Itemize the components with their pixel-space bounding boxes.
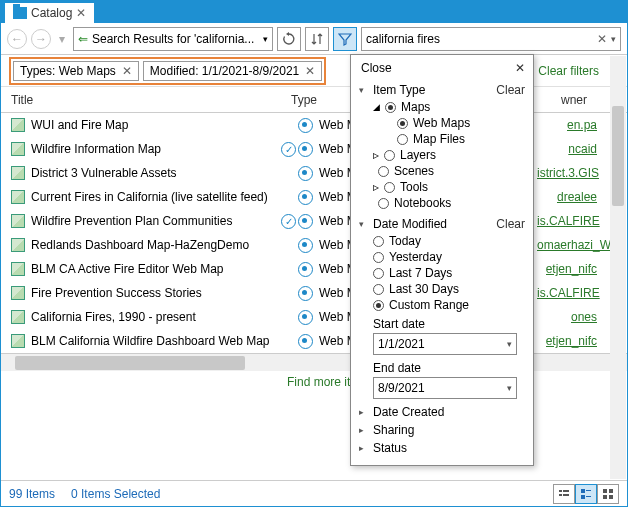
row-badges: ✓ <box>279 142 313 157</box>
filter-yesterday[interactable]: Yesterday <box>373 249 525 265</box>
svg-rect-5 <box>586 490 591 491</box>
view-mode-buttons <box>553 484 619 504</box>
modified-chip[interactable]: Modified: 1/1/2021-8/9/2021 ✕ <box>143 61 322 81</box>
globe-icon <box>298 142 313 157</box>
close-panel-icon[interactable]: ✕ <box>515 61 525 75</box>
chip-highlight-group: Types: Web Maps ✕ Modified: 1/1/2021-8/9… <box>9 57 326 85</box>
remove-chip-icon[interactable]: ✕ <box>305 64 315 78</box>
map-icon <box>11 166 25 180</box>
end-date-label: End date <box>359 357 525 377</box>
date-modified-section[interactable]: ▾ Date Modified Clear <box>359 215 525 233</box>
filter-maps[interactable]: ◢Maps <box>373 99 525 115</box>
back-arrow-icon: ⇐ <box>78 32 88 46</box>
address-bar[interactable]: ⇐ Search Results for 'california... ▾ <box>73 27 273 51</box>
close-tab-icon[interactable]: ✕ <box>76 6 86 20</box>
back-button[interactable]: ← <box>7 29 27 49</box>
dropdown-icon[interactable]: ▾ <box>507 339 512 349</box>
forward-button[interactable]: → <box>31 29 51 49</box>
row-badges <box>279 286 313 301</box>
selected-count: 0 Items Selected <box>71 487 160 501</box>
catalog-tab[interactable]: Catalog ✕ <box>5 3 94 23</box>
end-date-field[interactable]: 8/9/2021▾ <box>373 377 517 399</box>
row-badges <box>279 262 313 277</box>
item-count: 99 Items <box>9 487 55 501</box>
dropdown-icon[interactable]: ▾ <box>507 383 512 393</box>
row-title: WUI and Fire Map <box>31 118 273 132</box>
filter-web-maps[interactable]: Web Maps <box>397 115 525 131</box>
refresh-button[interactable] <box>277 27 301 51</box>
sort-button[interactable] <box>305 27 329 51</box>
row-title: Current Fires in California (live satell… <box>31 190 273 204</box>
section-label: Date Modified <box>373 217 447 231</box>
row-badges <box>279 190 313 205</box>
svg-rect-2 <box>559 494 562 496</box>
filter-last7[interactable]: Last 7 Days <box>373 265 525 281</box>
filter-tools[interactable]: ▹Tools <box>373 179 525 195</box>
svg-rect-11 <box>609 495 613 499</box>
clear-filters-link[interactable]: Clear filters <box>538 64 619 78</box>
radio-icon <box>373 300 384 311</box>
row-title: Fire Prevention Success Stories <box>31 286 273 300</box>
row-title: Wildfire Information Map <box>31 142 273 156</box>
scrollbar-thumb[interactable] <box>15 356 245 370</box>
item-type-section[interactable]: ▾ Item Type Clear <box>359 81 525 99</box>
status-section[interactable]: ▸Status <box>351 439 533 457</box>
authoritative-icon: ✓ <box>281 142 296 157</box>
globe-icon <box>298 118 313 133</box>
radio-icon <box>384 150 395 161</box>
row-badges: ✓ <box>279 214 313 229</box>
svg-rect-0 <box>559 490 562 492</box>
clear-search-icon[interactable]: ✕ <box>593 32 611 46</box>
date-created-section[interactable]: ▸Date Created <box>351 403 533 421</box>
sharing-section[interactable]: ▸Sharing <box>351 421 533 439</box>
start-date-field[interactable]: 1/1/2021▾ <box>373 333 517 355</box>
svg-rect-8 <box>603 489 607 493</box>
title-bar: Catalog ✕ <box>1 1 627 23</box>
row-title: California Fires, 1990 - present <box>31 310 273 324</box>
svg-rect-7 <box>586 496 591 497</box>
clear-date-modified[interactable]: Clear <box>496 217 525 231</box>
map-icon <box>11 214 25 228</box>
filter-panel-title: Close <box>361 61 392 75</box>
vertical-scrollbar[interactable] <box>610 56 626 479</box>
types-chip[interactable]: Types: Web Maps ✕ <box>13 61 139 81</box>
map-icon <box>11 238 25 252</box>
search-dropdown-icon[interactable]: ▾ <box>611 34 616 44</box>
col-title-header[interactable]: Title <box>11 93 291 107</box>
filter-layers[interactable]: ▹Layers <box>373 147 525 163</box>
search-bar[interactable]: ✕ ▾ <box>361 27 621 51</box>
funnel-icon <box>338 32 352 46</box>
expand-icon: ▹ <box>373 180 379 194</box>
filter-scenes[interactable]: Scenes <box>373 163 525 179</box>
filter-button[interactable] <box>333 27 357 51</box>
filter-notebooks[interactable]: Notebooks <box>373 195 525 211</box>
svg-rect-3 <box>563 494 569 496</box>
svg-rect-9 <box>609 489 613 493</box>
address-dropdown-icon[interactable]: ▾ <box>263 34 268 44</box>
view-list-button[interactable] <box>553 484 575 504</box>
scrollbar-thumb[interactable] <box>612 106 624 206</box>
filter-panel: Close ✕ ▾ Item Type Clear ◢Maps Web Maps… <box>350 54 534 466</box>
globe-icon <box>298 190 313 205</box>
toolbar: ← → ▾ ⇐ Search Results for 'california..… <box>1 23 627 55</box>
row-title: Redlands Dashboard Map-HaZengDemo <box>31 238 273 252</box>
start-date-label: Start date <box>359 313 525 333</box>
filter-last30[interactable]: Last 30 Days <box>373 281 525 297</box>
view-grid-button[interactable] <box>597 484 619 504</box>
clear-item-type[interactable]: Clear <box>496 83 525 97</box>
row-title: District 3 Vulnerable Assets <box>31 166 273 180</box>
search-input[interactable] <box>366 32 593 46</box>
filter-map-files[interactable]: Map Files <box>397 131 525 147</box>
svg-rect-1 <box>563 490 569 492</box>
remove-chip-icon[interactable]: ✕ <box>122 64 132 78</box>
filter-custom[interactable]: Custom Range <box>373 297 525 313</box>
chip-label: Types: Web Maps <box>20 64 116 78</box>
view-details-button[interactable] <box>575 484 597 504</box>
globe-icon <box>298 238 313 253</box>
map-icon <box>11 286 25 300</box>
history-dropdown[interactable]: ▾ <box>55 29 69 49</box>
col-type-header[interactable]: Type <box>291 93 351 107</box>
radio-icon <box>378 198 389 209</box>
row-title: Wildfire Prevention Plan Communities <box>31 214 273 228</box>
filter-today[interactable]: Today <box>373 233 525 249</box>
